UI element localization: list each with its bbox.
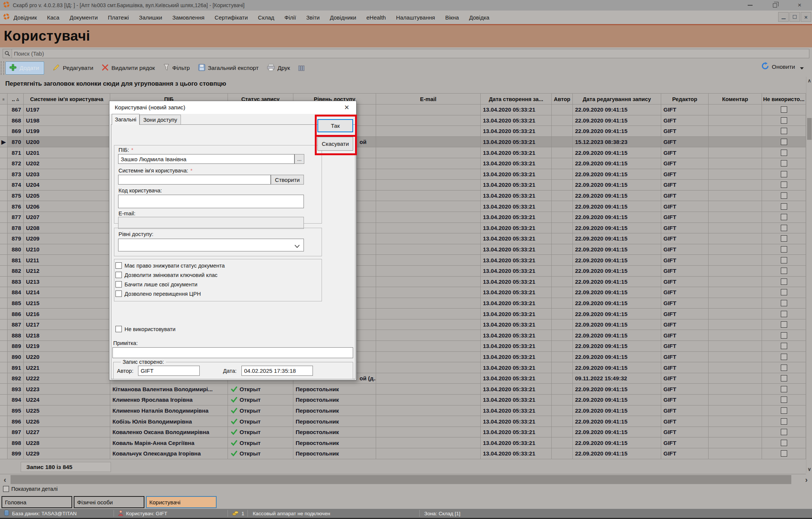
groupby-hint[interactable]: Перетягніть заголовок колонки сюди для у… (5, 80, 226, 87)
tab-access-zones[interactable]: Зони доступу (140, 115, 181, 124)
menu-item[interactable]: Сертифікати (215, 14, 248, 21)
row-unused-checkbox[interactable] (781, 268, 787, 274)
header-num[interactable]: ..△ (8, 94, 24, 105)
row-unused-checkbox[interactable] (781, 128, 787, 134)
show-details-checkbox[interactable] (3, 486, 9, 492)
header-created[interactable]: Дата створення за... (481, 94, 552, 105)
row-unused-checkbox[interactable] (781, 203, 787, 210)
row-unused-checkbox[interactable] (781, 300, 787, 306)
row-unused-checkbox[interactable] (781, 354, 787, 360)
row-unused-checkbox[interactable] (781, 418, 787, 425)
menu-item[interactable]: eHealth (366, 14, 386, 21)
pib-field[interactable]: Зашко Людмила Іванівна (118, 154, 294, 164)
menu-item[interactable]: Філії (284, 14, 296, 21)
row-unused-checkbox[interactable] (781, 117, 787, 124)
menu-item[interactable]: Каса (47, 14, 59, 21)
menu-item[interactable]: Документи (70, 14, 98, 21)
table-row[interactable]: 893 U223 Кітманова Валентина Володимирі.… (0, 384, 806, 395)
toolbar-grip-handle[interactable] (1, 61, 4, 75)
mdi-close-icon[interactable]: × (801, 12, 811, 22)
date-field[interactable]: 04.02.2025 17:35:18 (241, 366, 313, 376)
dialog-close-icon[interactable]: × (341, 102, 352, 113)
table-row[interactable]: 896 U226 Кобізь Юлія Володимирівна Откры… (0, 416, 806, 427)
table-row[interactable]: 895 U225 Клименко Наталія Володимирівна … (0, 406, 806, 416)
bottom-tab-2[interactable]: Фізичні особи (74, 496, 144, 508)
filter-button[interactable]: Фільтр (163, 64, 190, 73)
cb-change-key-class[interactable]: Дозволити змінювати ключовий клас (115, 272, 217, 278)
row-unused-checkbox[interactable] (781, 235, 787, 242)
menu-item[interactable]: Платежі (108, 14, 129, 21)
row-unused-checkbox[interactable] (781, 343, 787, 349)
row-unused-checkbox[interactable] (781, 365, 787, 371)
header-author[interactable]: Автор (552, 94, 573, 105)
table-row[interactable]: 894 U224 Клименко Ярослава Ігорівна Откр… (0, 395, 806, 406)
columns-icon[interactable] (298, 65, 305, 71)
minimize-icon[interactable] (738, 0, 762, 11)
sysname-field[interactable] (118, 175, 271, 185)
levels-combobox[interactable] (118, 239, 304, 251)
bottom-tab-1[interactable]: Головна (2, 496, 72, 508)
scroll-left-icon[interactable]: ‹ (0, 474, 10, 485)
delete-row-button[interactable]: Видалити рядок (102, 64, 155, 73)
row-unused-checkbox[interactable] (781, 225, 787, 231)
print-button[interactable]: Друк (267, 64, 290, 73)
header-edited[interactable]: Дата редагування запису (573, 94, 661, 105)
row-unused-checkbox[interactable] (781, 289, 787, 295)
cb-allow-crn-excess[interactable]: Дозволено перевищення ЦРН (115, 291, 201, 297)
dialog-titlebar[interactable]: Користувачі (новий запис) × (109, 101, 356, 114)
menu-item[interactable]: Налаштування (396, 14, 435, 21)
menu-item[interactable]: Вікна (445, 14, 459, 21)
cb-only-own-docs[interactable]: Бачити лише свої документи (115, 281, 197, 287)
row-unused-checkbox[interactable] (781, 407, 787, 414)
cb-not-use[interactable]: Не використовувати (115, 326, 176, 332)
refresh-button[interactable]: Оновити (761, 62, 804, 71)
grid-menu-icon[interactable]: ≡ (3, 97, 5, 101)
row-unused-checkbox[interactable] (781, 182, 787, 188)
row-unused-checkbox[interactable] (781, 440, 787, 446)
row-unused-checkbox[interactable] (781, 375, 787, 381)
bottom-tab-3[interactable]: Користувачі (146, 496, 217, 508)
menu-item[interactable]: Склад (258, 14, 274, 21)
mdi-restore-icon[interactable] (789, 12, 800, 22)
row-unused-checkbox[interactable] (781, 246, 787, 253)
restore-icon[interactable] (762, 0, 787, 11)
row-unused-checkbox[interactable] (781, 429, 787, 435)
menu-item[interactable]: Довідник (14, 14, 37, 21)
vertical-scrollbar[interactable]: ∧ ∨ (806, 77, 812, 473)
menu-item[interactable]: Довідка (469, 14, 489, 21)
note-field[interactable] (112, 347, 353, 358)
table-row[interactable]: 899 U229 Ковальчук Олександра Ігорівна О… (0, 448, 806, 459)
row-unused-checkbox[interactable] (781, 160, 787, 166)
pib-lookup-button[interactable]: ... (294, 154, 304, 164)
row-unused-checkbox[interactable] (781, 332, 787, 339)
menu-item[interactable]: Залишки (139, 14, 162, 21)
scroll-right-icon[interactable]: › (801, 474, 811, 485)
row-unused-checkbox[interactable] (781, 257, 787, 263)
row-unused-checkbox[interactable] (781, 311, 787, 317)
search-input[interactable]: Поиск (Tab) (3, 49, 809, 58)
row-unused-checkbox[interactable] (781, 139, 787, 145)
header-comment[interactable]: Коментар (709, 94, 762, 105)
export-button[interactable]: Загальний експорт (198, 64, 259, 73)
create-sysname-button[interactable]: Створити (271, 175, 304, 185)
horizontal-scrollbar[interactable]: ‹ › (0, 474, 812, 485)
tab-general[interactable]: Загальні (112, 114, 140, 125)
row-unused-checkbox[interactable] (781, 192, 787, 199)
menu-item[interactable]: Довідники (330, 14, 356, 21)
header-unused[interactable]: Не використо... (762, 94, 806, 105)
menu-item[interactable]: Звіти (306, 14, 320, 21)
scroll-down-icon[interactable]: ∨ (806, 465, 812, 473)
vscroll-thumb[interactable] (807, 118, 812, 140)
row-unused-checkbox[interactable] (781, 386, 787, 392)
row-unused-checkbox[interactable] (781, 106, 787, 113)
author-field[interactable]: GIFT (138, 366, 200, 376)
row-unused-checkbox[interactable] (781, 150, 787, 156)
menu-item[interactable]: Замовлення (172, 14, 204, 21)
cb-lower-status[interactable]: Має право знижувати статус документа (115, 262, 225, 269)
usercode-field[interactable] (118, 195, 304, 208)
edit-button[interactable]: Редагувати (52, 64, 93, 73)
row-unused-checkbox[interactable] (781, 278, 787, 285)
mdi-minimize-icon[interactable] (778, 12, 789, 22)
header-sysname[interactable]: Системне ім'я користувача (24, 94, 110, 105)
row-unused-checkbox[interactable] (781, 450, 787, 457)
